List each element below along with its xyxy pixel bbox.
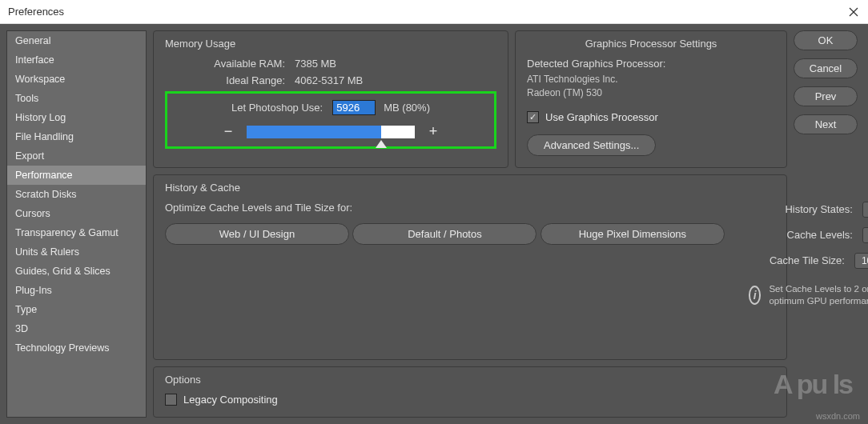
memory-slider[interactable] — [247, 126, 415, 138]
sidebar-item-transparency-gamut[interactable]: Transparency & Gamut — [7, 223, 146, 242]
info-icon: i — [749, 286, 762, 305]
close-icon — [849, 7, 858, 17]
cache-levels-select[interactable]: 4 — [862, 227, 868, 243]
legacy-compositing-label: Legacy Compositing — [183, 394, 278, 406]
sidebar-item-type[interactable]: Type — [7, 300, 146, 319]
sidebar-item-history-log[interactable]: History Log — [7, 108, 146, 127]
hc-right-column: History States: 50 Cache Levels: 4 Cache… — [749, 202, 868, 307]
window-title: Preferences — [8, 6, 64, 18]
cache-tile-size-select[interactable]: 1024K — [854, 253, 868, 269]
cache-tile-size-label: Cache Tile Size: — [749, 254, 845, 266]
sidebar-item-guides-grid-slices[interactable]: Guides, Grid & Slices — [7, 262, 146, 281]
info-text: Set Cache Levels to 2 or higher for opti… — [769, 283, 868, 307]
advanced-settings-button[interactable]: Advanced Settings... — [527, 134, 656, 156]
cache-levels-label: Cache Levels: — [757, 229, 853, 241]
titlebar: Preferences — [0, 0, 868, 24]
memory-input[interactable] — [332, 100, 376, 115]
sidebar-item-units-rulers[interactable]: Units & Rulers — [7, 242, 146, 262]
sidebar-item-plug-ins[interactable]: Plug-Ins — [7, 281, 146, 300]
memory-highlight-box: Let Photoshop Use: MB (80%) − + — [165, 91, 496, 149]
history-cache-group: History & Cache Optimize Cache Levels an… — [153, 174, 787, 360]
cancel-button[interactable]: Cancel — [794, 58, 858, 78]
gpu-vendor: ATI Technologies Inc. — [527, 73, 775, 86]
gpu-settings-group: Graphics Processor Settings Detected Gra… — [515, 30, 787, 168]
optimize-label: Optimize Cache Levels and Tile Size for: — [165, 202, 725, 214]
ideal-range-value: 4062-5317 MB — [295, 74, 363, 86]
ideal-range-label: Ideal Range: — [165, 74, 285, 86]
gpu-model: Radeon (TM) 530 — [527, 86, 775, 100]
options-title: Options — [165, 374, 775, 386]
options-group: Options Legacy Compositing — [153, 366, 787, 418]
slider-fill — [247, 126, 381, 138]
use-gpu-label: Use Graphics Processor — [545, 111, 658, 123]
sidebar-item-tools[interactable]: Tools — [7, 89, 146, 108]
use-gpu-checkbox[interactable] — [527, 111, 539, 123]
legacy-compositing-checkbox[interactable] — [165, 394, 177, 406]
sidebar-item-technology-previews[interactable]: Technology Previews — [7, 338, 146, 358]
gpu-title: Graphics Processor Settings — [527, 38, 775, 50]
sidebar-item-cursors[interactable]: Cursors — [7, 204, 146, 223]
sidebar-item-scratch-disks[interactable]: Scratch Disks — [7, 185, 146, 204]
top-row: Memory Usage Available RAM: 7385 MB Idea… — [153, 30, 787, 168]
history-states-label: History States: — [757, 203, 853, 215]
available-ram-label: Available RAM: — [165, 58, 285, 70]
panels-column: Memory Usage Available RAM: 7385 MB Idea… — [153, 30, 787, 418]
memory-usage-group: Memory Usage Available RAM: 7385 MB Idea… — [153, 30, 508, 168]
sidebar-item-interface[interactable]: Interface — [7, 50, 146, 70]
sidebar: GeneralInterfaceWorkspaceToolsHistory Lo… — [6, 30, 147, 418]
sidebar-item-performance[interactable]: Performance — [7, 166, 146, 185]
hc-left-column: Optimize Cache Levels and Tile Size for:… — [165, 202, 725, 307]
logo-watermark: A pu ls — [774, 369, 852, 400]
memory-unit-label: MB (80%) — [384, 102, 430, 114]
default-photos-button[interactable]: Default / Photos — [352, 223, 536, 245]
history-states-select[interactable]: 50 — [862, 202, 868, 218]
sidebar-item-workspace[interactable]: Workspace — [7, 70, 146, 89]
available-ram-value: 7385 MB — [295, 58, 336, 70]
main-container: GeneralInterfaceWorkspaceToolsHistory Lo… — [0, 24, 868, 424]
let-photoshop-use-label: Let Photoshop Use: — [231, 102, 323, 114]
sidebar-item-3d[interactable]: 3D — [7, 319, 146, 338]
history-cache-title: History & Cache — [165, 182, 775, 194]
detected-gpu-label: Detected Graphics Processor: — [527, 58, 775, 70]
web-ui-design-button[interactable]: Web / UI Design — [165, 223, 349, 245]
watermark-text: wsxdn.com — [816, 411, 860, 421]
content-area: Memory Usage Available RAM: 7385 MB Idea… — [147, 24, 868, 424]
slider-thumb[interactable] — [376, 140, 387, 148]
next-button[interactable]: Next — [794, 114, 858, 134]
sidebar-item-export[interactable]: Export — [7, 146, 146, 166]
close-button[interactable] — [847, 6, 860, 18]
minus-icon[interactable]: − — [221, 123, 235, 140]
sidebar-item-general[interactable]: General — [7, 31, 146, 50]
ok-button[interactable]: OK — [794, 30, 858, 50]
memory-title: Memory Usage — [165, 38, 496, 50]
plus-icon[interactable]: + — [426, 123, 440, 140]
huge-pixel-button[interactable]: Huge Pixel Dimensions — [540, 223, 725, 245]
prev-button[interactable]: Prev — [794, 86, 858, 106]
sidebar-item-file-handling[interactable]: File Handling — [7, 127, 146, 146]
